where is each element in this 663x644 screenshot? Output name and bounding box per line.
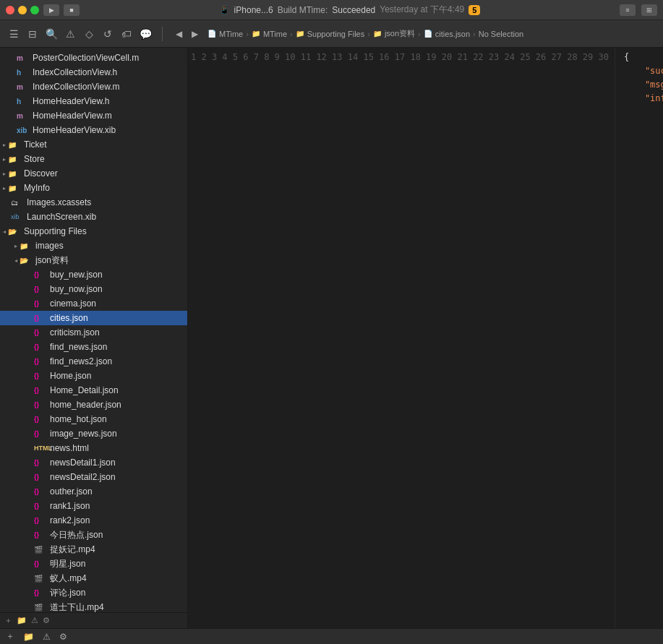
sidebar-label-Ticket: Ticket: [24, 139, 47, 150]
filter-icon[interactable]: ⚠: [31, 616, 38, 625]
stop-button[interactable]: ■: [64, 4, 80, 16]
sidebar-item-home_header.json[interactable]: {} home_header.json: [0, 398, 187, 412]
statusbar-warning[interactable]: ⚠: [43, 632, 51, 642]
sidebar-item-评论.json[interactable]: {} 评论.json: [0, 585, 187, 600]
sidebar-item-今日热点.json[interactable]: {} 今日热点.json: [0, 528, 187, 542]
sidebar-toggle-icon[interactable]: ☰: [6, 26, 22, 42]
sidebar-item-Images.xcassets[interactable]: 🗂 Images.xcassets: [0, 195, 187, 210]
sidebar-item-捉妖记.mp4[interactable]: 🎬 捉妖记.mp4: [0, 542, 187, 557]
breadcrumb: 📄 MTime › 📁 MTime › 📁 Supporting Files ›…: [208, 28, 657, 39]
sidebar-item-SupportingFiles[interactable]: ▾ 📂 Supporting Files: [0, 224, 187, 239]
sidebar-label-criticism.json: criticism.json: [50, 327, 100, 338]
sidebar-item-LaunchScreen.xib[interactable]: xib LaunchScreen.xib: [0, 210, 187, 224]
add-group-icon[interactable]: 📁: [17, 616, 27, 625]
sidebar-item-rank2.json[interactable]: {} rank2.json: [0, 513, 187, 528]
sidebar-item-newsDetail2.json[interactable]: {} newsDetail2.json: [0, 470, 187, 484]
toolbar-toggle-button[interactable]: ≡: [620, 4, 636, 16]
statusbar: ＋ 📁 ⚠ ⚙: [0, 628, 663, 644]
file-icon-MyInfo: 📁: [8, 184, 21, 192]
sidebar-item-json资料[interactable]: ▾ 📂 json资料: [0, 253, 187, 267]
sidebar-label-cities.json: cities.json: [50, 313, 88, 323]
file-icon-rank2.json: {}: [34, 517, 47, 524]
breadcrumb-5[interactable]: cities.json: [435, 30, 470, 38]
sidebar-footer: ＋ 📁 ⚠ ⚙: [0, 612, 187, 628]
assets-icon[interactable]: ⊟: [25, 26, 40, 42]
sidebar-item-images[interactable]: ▸ 📁 images: [0, 239, 187, 253]
sidebar-label-Store: Store: [24, 154, 45, 164]
sidebar-item-IndexCollectionView.m[interactable]: m IndexCollectionView.m: [0, 80, 187, 94]
run-button[interactable]: ▶: [43, 4, 59, 16]
file-icon-cinema.json: {}: [34, 300, 47, 307]
sidebar-item-news.html[interactable]: HTML news.html: [0, 441, 187, 455]
file-icon-criticism.json: {}: [34, 329, 47, 336]
sidebar-item-MyInfo[interactable]: ▸ 📁 MyInfo: [0, 181, 187, 195]
breadcrumb-sep-2: ›: [290, 30, 293, 38]
breadcrumb-file-icon: 📄: [424, 30, 432, 38]
maximize-button[interactable]: [30, 6, 39, 14]
file-icon-HomeHeaderView.h: h: [17, 98, 30, 106]
sidebar-item-HomeHeaderView.h[interactable]: h HomeHeaderView.h: [0, 94, 187, 108]
sidebar-item-image_news.json[interactable]: {} image_news.json: [0, 426, 187, 441]
sidebar-item-Home_Detail.json[interactable]: {} Home_Detail.json: [0, 383, 187, 398]
sidebar-item-outher.json[interactable]: {} outher.json: [0, 484, 187, 499]
sidebar-item-蚁人.mp4[interactable]: 🎬 蚁人.mp4: [0, 571, 187, 585]
warning-icon[interactable]: ⚠: [62, 26, 78, 42]
minimize-button[interactable]: [18, 6, 27, 14]
nav-forward-icon[interactable]: ▶: [187, 27, 202, 41]
nav-back-icon[interactable]: ◀: [171, 27, 186, 41]
sidebar-label-buy_new.json: buy_new.json: [50, 270, 103, 280]
statusbar-plus[interactable]: ＋: [6, 630, 14, 643]
sidebar-item-criticism.json[interactable]: {} criticism.json: [0, 325, 187, 340]
breadcrumb-4[interactable]: json资料: [385, 28, 415, 39]
add-file-icon[interactable]: ＋: [4, 615, 12, 626]
sidebar-item-newsDetail1.json[interactable]: {} newsDetail1.json: [0, 455, 187, 470]
breadcrumb-1[interactable]: MTime: [219, 30, 243, 38]
breakpoints-icon[interactable]: ◇: [81, 26, 97, 42]
sidebar-item-home_hot.json[interactable]: {} home_hot.json: [0, 412, 187, 426]
sidebar-item-道士下山.mp4[interactable]: 🎬 道士下山.mp4: [0, 600, 187, 612]
bookmark-icon[interactable]: 🏷: [119, 26, 134, 42]
file-icon-Discover: 📁: [8, 170, 21, 178]
sidebar-item-Ticket[interactable]: ▸ 📁 Ticket: [0, 137, 187, 152]
code-editor[interactable]: 1 2 3 4 5 6 7 8 9 10 11 12 13 14 15 16 1…: [188, 48, 663, 628]
sidebar-item-rank1.json[interactable]: {} rank1.json: [0, 499, 187, 513]
sidebar-item-HomeHeaderView.xib[interactable]: xib HomeHeaderView.xib: [0, 123, 187, 137]
settings-sidebar-icon[interactable]: ⚙: [43, 616, 50, 625]
breadcrumb-folder-icon-2: 📁: [296, 30, 304, 38]
warning-badge[interactable]: 5: [469, 5, 480, 15]
build-time: Yesterday at 下午4:49: [380, 4, 464, 16]
toolbar-divider-1: [162, 27, 163, 41]
sidebar-item-PosterCollectionViewCell[interactable]: m PosterCollectionViewCell.m: [0, 51, 187, 65]
search-toolbar-icon[interactable]: 🔍: [43, 26, 59, 42]
breadcrumb-project-icon: 📄: [208, 30, 216, 38]
breadcrumb-3[interactable]: Supporting Files: [307, 30, 365, 38]
sidebar-label-find_news.json: find_news.json: [50, 342, 107, 352]
sidebar-label-home_header.json: home_header.json: [50, 400, 121, 410]
sidebar-item-buy_new.json[interactable]: {} buy_new.json: [0, 267, 187, 282]
sidebar-item-IndexCollectionView.h[interactable]: h IndexCollectionView.h: [0, 65, 187, 80]
sidebar-item-find_news.json[interactable]: {} find_news.json: [0, 340, 187, 354]
breadcrumb-2[interactable]: MTime: [263, 30, 287, 38]
inspector-button[interactable]: ⊞: [641, 4, 657, 16]
breadcrumb-sep-4: ›: [418, 30, 421, 38]
sidebar-item-cities.json[interactable]: {} cities.json: [0, 311, 187, 325]
close-button[interactable]: [6, 6, 14, 14]
sidebar-item-find_news2.json[interactable]: {} find_news2.json: [0, 354, 187, 369]
sidebar-item-明星.json[interactable]: {} 明星.json: [0, 557, 187, 571]
sidebar-item-Discover[interactable]: ▸ 📁 Discover: [0, 166, 187, 181]
history-icon[interactable]: ↺: [100, 26, 116, 42]
breadcrumb-6[interactable]: No Selection: [479, 30, 523, 38]
sidebar-item-buy_now.json[interactable]: {} buy_now.json: [0, 282, 187, 296]
statusbar-folder[interactable]: 📁: [23, 632, 34, 642]
sidebar-item-HomeHeaderView.m[interactable]: m HomeHeaderView.m: [0, 108, 187, 123]
code-content[interactable]: { "success": true, "msg": "操作成功！", "info…: [615, 48, 663, 628]
sidebar-item-cinema.json[interactable]: {} cinema.json: [0, 296, 187, 311]
statusbar-settings[interactable]: ⚙: [59, 632, 67, 642]
breadcrumb-sep-1: ›: [246, 30, 249, 38]
traffic-lights: [6, 6, 39, 14]
toolbar-left-group: ☰ ⊟ 🔍 ⚠ ◇ ↺ 🏷 💬: [6, 26, 153, 42]
sidebar-item-Store[interactable]: ▸ 📁 Store: [0, 152, 187, 166]
sidebar-item-Home.json[interactable]: {} Home.json: [0, 369, 187, 383]
chat-icon[interactable]: 💬: [137, 26, 153, 42]
breadcrumb-folder-icon-3: 📁: [373, 30, 382, 38]
